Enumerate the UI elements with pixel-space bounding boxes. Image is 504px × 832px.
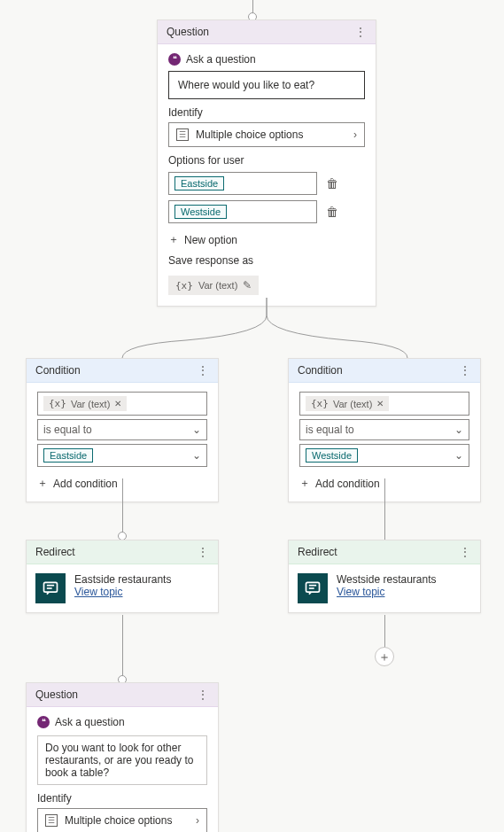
- question-node-2: Question ⋮ ❝ Ask a question Do you want …: [26, 682, 219, 832]
- question-icon: ❝: [168, 53, 181, 66]
- variable-icon: {x}: [175, 280, 193, 292]
- add-node-button[interactable]: ＋: [375, 647, 394, 666]
- variable-name: Var (text): [71, 399, 110, 409]
- chevron-down-icon: ⌄: [454, 424, 463, 436]
- node-title: Question: [35, 688, 78, 701]
- chevron-right-icon: ›: [196, 814, 199, 827]
- variable-name: Var (text): [198, 280, 237, 291]
- more-icon[interactable]: ⋮: [460, 546, 471, 558]
- node-title: Redirect: [298, 546, 337, 558]
- view-topic-link[interactable]: View topic: [74, 586, 171, 598]
- more-icon[interactable]: ⋮: [198, 688, 209, 701]
- options-label: Options for user: [168, 154, 365, 167]
- add-condition-label: Add condition: [315, 478, 380, 490]
- chevron-down-icon: ⌄: [192, 424, 201, 436]
- delete-icon[interactable]: 🗑: [326, 176, 338, 191]
- value-chip: Eastside: [43, 448, 93, 463]
- edit-icon[interactable]: ✎: [243, 279, 252, 292]
- add-condition-label: Add condition: [53, 478, 118, 490]
- redirect-title: Westside restaurants: [337, 573, 437, 586]
- identify-label: Identify: [37, 792, 207, 805]
- identify-select[interactable]: ☰ Multiple choice options ›: [168, 122, 365, 147]
- more-icon[interactable]: ⋮: [198, 546, 209, 558]
- node-title: Redirect: [35, 546, 75, 558]
- operator-value: is equal to: [43, 424, 92, 436]
- identify-select[interactable]: ☰ Multiple choice options ›: [37, 808, 207, 832]
- node-title: Condition: [298, 364, 343, 377]
- chevron-down-icon: ⌄: [192, 449, 201, 462]
- option-input[interactable]: Eastside: [168, 172, 317, 195]
- plus-icon: ＋: [37, 476, 48, 491]
- redirect-title: Eastside restaurants: [74, 573, 171, 586]
- delete-icon[interactable]: 🗑: [326, 205, 338, 219]
- question-prompt-input[interactable]: Do you want to look for other restaurant…: [37, 735, 207, 785]
- identify-value: Multiple choice options: [65, 814, 172, 827]
- view-topic-link[interactable]: View topic: [337, 586, 437, 598]
- choice-type-icon: ☰: [45, 814, 58, 827]
- option-input[interactable]: Westside: [168, 200, 317, 223]
- node-title: Condition: [35, 364, 81, 377]
- condition-operator-select[interactable]: is equal to ⌄: [299, 419, 469, 440]
- node-title: Question: [167, 26, 209, 38]
- operator-value: is equal to: [306, 424, 354, 436]
- plus-icon: ＋: [168, 232, 179, 247]
- chevron-right-icon: ›: [353, 128, 357, 141]
- identify-value: Multiple choice options: [196, 128, 303, 141]
- clear-icon[interactable]: ✕: [114, 399, 121, 408]
- variable-icon: {x}: [49, 398, 66, 409]
- identify-label: Identify: [168, 106, 365, 119]
- condition-variable-select[interactable]: {x} Var (text) ✕: [37, 392, 207, 416]
- question-icon: ❝: [37, 716, 50, 728]
- value-chip: Westside: [306, 448, 358, 463]
- more-icon[interactable]: ⋮: [198, 364, 209, 377]
- ask-label: Ask a question: [186, 53, 256, 66]
- svg-rect-3: [306, 582, 320, 592]
- option-chip: Eastside: [174, 176, 224, 191]
- chevron-down-icon: ⌄: [454, 449, 463, 462]
- condition-value-select[interactable]: Westside ⌄: [299, 444, 469, 467]
- variable-icon: {x}: [311, 398, 329, 409]
- redirect-node-left: Redirect ⋮ Eastside restaurants View top…: [26, 540, 219, 613]
- condition-value-select[interactable]: Eastside ⌄: [37, 444, 207, 467]
- question-prompt-input[interactable]: Where would you like to eat?: [168, 71, 365, 99]
- choice-type-icon: ☰: [176, 128, 189, 141]
- new-option-label: New option: [184, 234, 237, 246]
- more-icon[interactable]: ⋮: [355, 26, 367, 38]
- option-chip: Westside: [174, 205, 227, 219]
- save-label: Save response as: [168, 254, 365, 267]
- more-icon[interactable]: ⋮: [460, 364, 471, 377]
- variable-name: Var (text): [333, 399, 372, 409]
- topic-icon: [35, 573, 66, 603]
- condition-operator-select[interactable]: is equal to ⌄: [37, 419, 207, 440]
- plus-icon: ＋: [299, 476, 310, 491]
- svg-rect-0: [44, 582, 58, 592]
- condition-variable-select[interactable]: {x} Var (text) ✕: [299, 392, 469, 416]
- new-option-button[interactable]: ＋ New option: [168, 232, 237, 247]
- add-condition-button[interactable]: ＋ Add condition: [37, 476, 118, 491]
- topic-icon: [298, 573, 328, 603]
- clear-icon[interactable]: ✕: [376, 399, 384, 408]
- ask-label: Ask a question: [55, 716, 125, 728]
- add-condition-button[interactable]: ＋ Add condition: [299, 476, 380, 491]
- redirect-node-right: Redirect ⋮ Westside restaurants View top…: [288, 540, 481, 613]
- question-node-1: Question ⋮ ❝ Ask a question Where would …: [157, 19, 376, 307]
- save-variable-chip[interactable]: {x} Var (text) ✎: [168, 276, 259, 295]
